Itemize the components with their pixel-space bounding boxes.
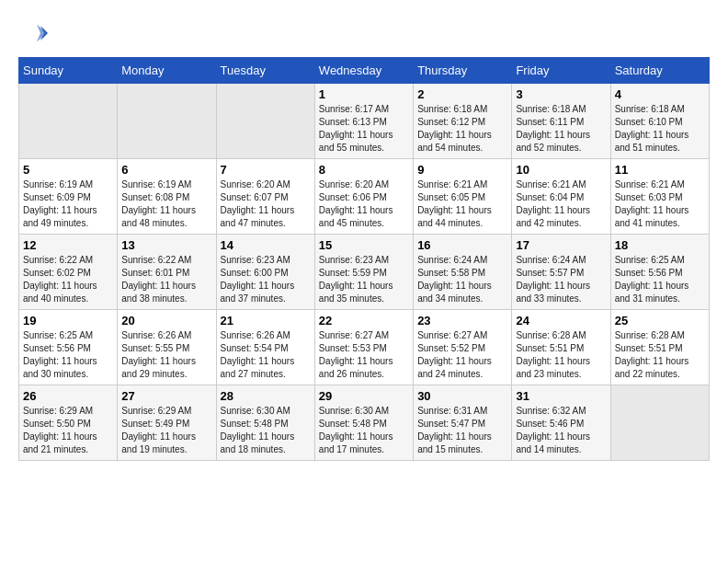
calendar-week-row: 1Sunrise: 6:17 AM Sunset: 6:13 PM Daylig…	[19, 84, 710, 159]
day-number: 2	[417, 87, 507, 101]
cell-info: Sunrise: 6:30 AM Sunset: 5:48 PM Dayligh…	[221, 405, 311, 456]
cell-info: Sunrise: 6:29 AM Sunset: 5:50 PM Dayligh…	[23, 405, 113, 456]
day-number: 17	[516, 238, 606, 252]
cell-info: Sunrise: 6:18 AM Sunset: 6:12 PM Dayligh…	[417, 103, 507, 155]
weekday-header-cell: Tuesday	[216, 58, 314, 84]
cell-info: Sunrise: 6:25 AM Sunset: 5:56 PM Dayligh…	[615, 254, 705, 305]
day-number: 26	[23, 389, 113, 403]
calendar-cell: 16Sunrise: 6:24 AM Sunset: 5:58 PM Dayli…	[414, 235, 512, 310]
cell-info: Sunrise: 6:18 AM Sunset: 6:11 PM Dayligh…	[516, 103, 606, 155]
calendar-cell: 28Sunrise: 6:30 AM Sunset: 5:48 PM Dayli…	[216, 385, 314, 461]
calendar-cell	[118, 84, 216, 159]
calendar-cell: 18Sunrise: 6:25 AM Sunset: 5:56 PM Dayli…	[610, 235, 709, 310]
day-number: 8	[319, 163, 409, 177]
cell-info: Sunrise: 6:27 AM Sunset: 5:53 PM Dayligh…	[319, 329, 409, 381]
calendar-cell: 20Sunrise: 6:26 AM Sunset: 5:55 PM Dayli…	[118, 310, 216, 385]
calendar-cell: 26Sunrise: 6:29 AM Sunset: 5:50 PM Dayli…	[19, 385, 118, 461]
cell-info: Sunrise: 6:23 AM Sunset: 6:00 PM Dayligh…	[221, 254, 311, 305]
weekday-header-cell: Saturday	[610, 58, 709, 84]
cell-info: Sunrise: 6:18 AM Sunset: 6:10 PM Dayligh…	[615, 103, 705, 155]
weekday-header-cell: Monday	[118, 58, 216, 84]
weekday-header-cell: Friday	[512, 58, 610, 84]
calendar-cell: 14Sunrise: 6:23 AM Sunset: 6:00 PM Dayli…	[216, 235, 314, 310]
day-number: 29	[319, 389, 409, 403]
weekday-header-cell: Sunday	[19, 58, 118, 84]
cell-info: Sunrise: 6:32 AM Sunset: 5:46 PM Dayligh…	[516, 405, 606, 456]
calendar-cell: 17Sunrise: 6:24 AM Sunset: 5:57 PM Dayli…	[512, 235, 610, 310]
calendar-cell: 4Sunrise: 6:18 AM Sunset: 6:10 PM Daylig…	[610, 84, 709, 159]
calendar-week-row: 26Sunrise: 6:29 AM Sunset: 5:50 PM Dayli…	[19, 385, 710, 461]
cell-info: Sunrise: 6:28 AM Sunset: 5:51 PM Dayligh…	[516, 329, 606, 381]
day-number: 14	[221, 238, 311, 252]
cell-info: Sunrise: 6:20 AM Sunset: 6:07 PM Dayligh…	[221, 178, 311, 230]
day-number: 31	[516, 389, 606, 403]
cell-info: Sunrise: 6:21 AM Sunset: 6:03 PM Dayligh…	[615, 178, 705, 230]
day-number: 24	[516, 314, 606, 327]
calendar-cell: 25Sunrise: 6:28 AM Sunset: 5:51 PM Dayli…	[610, 310, 709, 385]
cell-info: Sunrise: 6:19 AM Sunset: 6:09 PM Dayligh…	[23, 178, 113, 230]
cell-info: Sunrise: 6:26 AM Sunset: 5:54 PM Dayligh…	[221, 329, 311, 381]
calendar-cell: 30Sunrise: 6:31 AM Sunset: 5:47 PM Dayli…	[414, 385, 512, 461]
day-number: 25	[615, 314, 705, 327]
cell-info: Sunrise: 6:30 AM Sunset: 5:48 PM Dayligh…	[319, 405, 409, 456]
day-number: 13	[121, 238, 211, 252]
cell-info: Sunrise: 6:29 AM Sunset: 5:49 PM Dayligh…	[121, 405, 211, 456]
cell-info: Sunrise: 6:31 AM Sunset: 5:47 PM Dayligh…	[417, 405, 507, 456]
day-number: 27	[121, 389, 211, 403]
calendar-week-row: 12Sunrise: 6:22 AM Sunset: 6:02 PM Dayli…	[19, 235, 710, 310]
cell-info: Sunrise: 6:24 AM Sunset: 5:58 PM Dayligh…	[417, 254, 507, 305]
cell-info: Sunrise: 6:23 AM Sunset: 5:59 PM Dayligh…	[319, 254, 409, 305]
calendar-cell: 6Sunrise: 6:19 AM Sunset: 6:08 PM Daylig…	[118, 159, 216, 235]
day-number: 3	[516, 87, 606, 101]
calendar-cell: 1Sunrise: 6:17 AM Sunset: 6:13 PM Daylig…	[314, 84, 413, 159]
day-number: 12	[23, 238, 113, 252]
day-number: 5	[23, 163, 113, 177]
logo-icon	[18, 18, 48, 48]
calendar-cell: 15Sunrise: 6:23 AM Sunset: 5:59 PM Dayli…	[314, 235, 413, 310]
day-number: 10	[516, 163, 606, 177]
day-number: 1	[319, 87, 409, 101]
day-number: 28	[221, 389, 311, 403]
weekday-header-row: SundayMondayTuesdayWednesdayThursdayFrid…	[19, 58, 710, 84]
calendar-cell: 12Sunrise: 6:22 AM Sunset: 6:02 PM Dayli…	[19, 235, 118, 310]
cell-info: Sunrise: 6:22 AM Sunset: 6:01 PM Dayligh…	[121, 254, 211, 305]
calendar-cell: 3Sunrise: 6:18 AM Sunset: 6:11 PM Daylig…	[512, 84, 610, 159]
calendar-cell	[19, 84, 118, 159]
day-number: 15	[319, 238, 409, 252]
calendar-cell: 5Sunrise: 6:19 AM Sunset: 6:09 PM Daylig…	[19, 159, 118, 235]
calendar-cell: 21Sunrise: 6:26 AM Sunset: 5:54 PM Dayli…	[216, 310, 314, 385]
day-number: 4	[615, 87, 705, 101]
calendar-table: SundayMondayTuesdayWednesdayThursdayFrid…	[18, 57, 710, 461]
day-number: 18	[615, 238, 705, 252]
day-number: 21	[221, 314, 311, 327]
calendar-cell: 13Sunrise: 6:22 AM Sunset: 6:01 PM Dayli…	[118, 235, 216, 310]
calendar-cell: 2Sunrise: 6:18 AM Sunset: 6:12 PM Daylig…	[414, 84, 512, 159]
calendar-cell: 11Sunrise: 6:21 AM Sunset: 6:03 PM Dayli…	[610, 159, 709, 235]
weekday-header-cell: Wednesday	[314, 58, 413, 84]
day-number: 23	[417, 314, 507, 327]
day-number: 16	[417, 238, 507, 252]
cell-info: Sunrise: 6:26 AM Sunset: 5:55 PM Dayligh…	[121, 329, 211, 381]
calendar-cell: 24Sunrise: 6:28 AM Sunset: 5:51 PM Dayli…	[512, 310, 610, 385]
page-header	[18, 18, 710, 48]
calendar-cell: 19Sunrise: 6:25 AM Sunset: 5:56 PM Dayli…	[19, 310, 118, 385]
day-number: 20	[121, 314, 211, 327]
day-number: 9	[417, 163, 507, 177]
logo	[18, 18, 51, 48]
calendar-cell: 10Sunrise: 6:21 AM Sunset: 6:04 PM Dayli…	[512, 159, 610, 235]
calendar-cell: 23Sunrise: 6:27 AM Sunset: 5:52 PM Dayli…	[414, 310, 512, 385]
calendar-cell: 7Sunrise: 6:20 AM Sunset: 6:07 PM Daylig…	[216, 159, 314, 235]
cell-info: Sunrise: 6:20 AM Sunset: 6:06 PM Dayligh…	[319, 178, 409, 230]
calendar-week-row: 5Sunrise: 6:19 AM Sunset: 6:09 PM Daylig…	[19, 159, 710, 235]
calendar-cell	[610, 385, 709, 461]
weekday-header-cell: Thursday	[414, 58, 512, 84]
calendar-cell: 31Sunrise: 6:32 AM Sunset: 5:46 PM Dayli…	[512, 385, 610, 461]
cell-info: Sunrise: 6:21 AM Sunset: 6:05 PM Dayligh…	[417, 178, 507, 230]
calendar-cell: 22Sunrise: 6:27 AM Sunset: 5:53 PM Dayli…	[314, 310, 413, 385]
day-number: 11	[615, 163, 705, 177]
cell-info: Sunrise: 6:28 AM Sunset: 5:51 PM Dayligh…	[615, 329, 705, 381]
calendar-cell: 29Sunrise: 6:30 AM Sunset: 5:48 PM Dayli…	[314, 385, 413, 461]
day-number: 22	[319, 314, 409, 327]
cell-info: Sunrise: 6:19 AM Sunset: 6:08 PM Dayligh…	[121, 178, 211, 230]
day-number: 6	[121, 163, 211, 177]
